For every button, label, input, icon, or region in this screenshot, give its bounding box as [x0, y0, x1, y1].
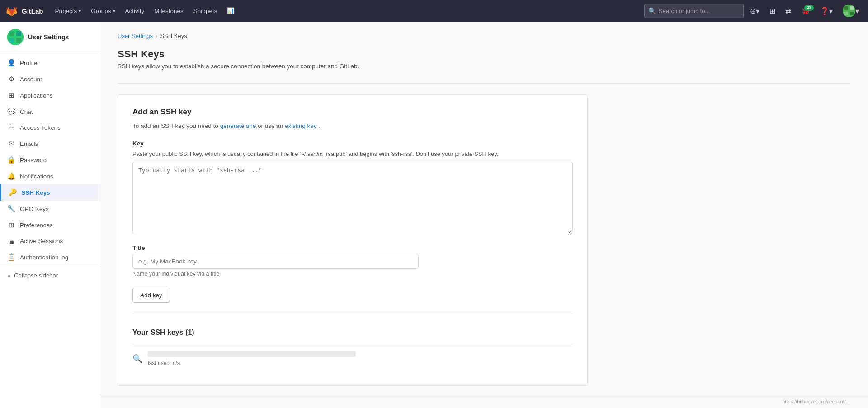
merge-requests-button[interactable]: ⇄: [782, 4, 795, 18]
chevron-down-icon: ▾: [756, 7, 760, 15]
key-fingerprint-icon: 🔍: [132, 354, 142, 364]
page-layout: User Settings 👤 Profile ⚙ Account ⊞ Appl…: [0, 22, 868, 408]
sidebar-item-auth-log[interactable]: 📋 Authentication log: [0, 249, 99, 265]
plus-icon: ⊕: [750, 7, 756, 15]
user-avatar-button[interactable]: ▾: [839, 2, 863, 20]
sidebar-item-applications[interactable]: ⊞ Applications: [0, 87, 99, 103]
applications-icon: ⊞: [7, 91, 15, 99]
page-subtitle: SSH keys allow you to establish a secure…: [118, 63, 850, 70]
nav-activity[interactable]: Activity: [121, 5, 149, 17]
sidebar-item-profile[interactable]: 👤 Profile: [0, 55, 99, 71]
top-navigation: GitLab Projects ▾ Groups ▾ Activity Mile…: [0, 0, 868, 22]
account-icon: ⚙: [7, 75, 15, 83]
chevron-down-icon: ▾: [855, 7, 859, 15]
search-icon: 🔍: [648, 7, 656, 14]
breadcrumb-separator: ›: [156, 33, 157, 39]
sidebar-item-preferences[interactable]: ⊞ Preferences: [0, 217, 99, 233]
svg-rect-6: [9, 31, 14, 36]
title-input[interactable]: [132, 254, 419, 269]
your-ssh-keys-section: Your SSH keys (1) 🔍 last used: n/a: [132, 328, 573, 373]
emails-icon: ✉: [7, 140, 15, 148]
issues-button[interactable]: 🐞 42: [797, 4, 814, 18]
sidebar-item-ssh-keys[interactable]: 🔑 SSH Keys: [0, 184, 99, 201]
sidebar-item-label: Profile: [20, 60, 37, 66]
nav-bar-chart[interactable]: 📊: [222, 5, 239, 17]
nav-groups[interactable]: Groups ▾: [86, 5, 119, 17]
breadcrumb-current: SSH Keys: [160, 33, 187, 39]
ssh-keys-icon: 🔑: [9, 188, 17, 197]
password-icon: 🔒: [7, 156, 15, 164]
key-fingerprint-bar: [148, 351, 356, 357]
sidebar-item-label: Applications: [20, 92, 53, 99]
sidebar-avatar: [7, 29, 24, 45]
help-button[interactable]: ❓ ▾: [816, 4, 836, 18]
notifications-icon: 🔔: [7, 172, 15, 180]
avatar: [843, 5, 855, 17]
divider: [118, 83, 850, 84]
svg-rect-1: [844, 6, 848, 10]
sidebar-nav: 👤 Profile ⚙ Account ⊞ Applications 💬 Cha…: [0, 51, 99, 287]
search-input[interactable]: [659, 8, 740, 14]
sidebar: User Settings 👤 Profile ⚙ Account ⊞ Appl…: [0, 22, 99, 408]
breadcrumb: User Settings › SSH Keys: [118, 33, 850, 39]
intro-end: .: [318, 122, 320, 129]
add-ssh-key-title: Add an SSH key: [132, 108, 573, 117]
gitlab-logo-icon: [5, 5, 18, 17]
breadcrumb-user-settings[interactable]: User Settings: [118, 33, 153, 39]
sidebar-item-notifications[interactable]: 🔔 Notifications: [0, 168, 99, 184]
generate-link[interactable]: generate one: [220, 122, 256, 129]
key-textarea[interactable]: [132, 162, 573, 234]
main-content: User Settings › SSH Keys SSH Keys SSH ke…: [99, 22, 868, 408]
nav-snippets[interactable]: Snippets: [189, 5, 222, 17]
bottom-bar: https://bitbucket.org/account/...: [99, 395, 868, 408]
sidebar-item-label: Active Sessions: [20, 238, 63, 244]
key-info: last used: n/a: [148, 351, 573, 366]
sidebar-item-emails[interactable]: ✉ Emails: [0, 136, 99, 152]
sidebar-item-label: Access Tokens: [20, 124, 61, 131]
svg-rect-3: [850, 6, 854, 10]
issues-badge: 42: [804, 5, 814, 11]
brand-logo[interactable]: GitLab: [5, 5, 43, 17]
key-last-used: last used: n/a: [148, 360, 573, 366]
svg-rect-4: [850, 12, 854, 15]
sidebar-item-gpg-keys[interactable]: 🔧 GPG Keys: [0, 201, 99, 217]
collapse-icon: «: [7, 272, 10, 279]
intro-middle: or use an: [258, 122, 285, 129]
search-box[interactable]: 🔍: [644, 4, 744, 18]
panels-button[interactable]: ⊞: [766, 4, 779, 18]
sidebar-item-access-tokens[interactable]: 🖥 Access Tokens: [0, 120, 99, 136]
sidebar-item-password[interactable]: 🔒 Password: [0, 152, 99, 168]
title-field-desc: Name your individual key via a title: [132, 271, 573, 277]
sidebar-title: User Settings: [28, 33, 69, 41]
key-field-label: Key: [132, 140, 573, 147]
nav-projects[interactable]: Projects ▾: [51, 5, 86, 17]
svg-rect-8: [16, 31, 21, 36]
gpg-keys-icon: 🔧: [7, 205, 15, 213]
new-item-button[interactable]: ⊕ ▾: [746, 4, 763, 18]
active-sessions-icon: 🖥: [7, 237, 15, 245]
preferences-icon: ⊞: [7, 221, 15, 229]
existing-key-link[interactable]: existing key: [285, 122, 317, 129]
footer-link: https://bitbucket.org/account/...: [782, 399, 850, 404]
sidebar-item-label: Emails: [20, 141, 38, 147]
sidebar-item-label: Authentication log: [20, 254, 68, 261]
sidebar-header: User Settings: [0, 22, 99, 51]
nav-milestones[interactable]: Milestones: [150, 5, 188, 17]
chevron-down-icon: ▾: [113, 9, 115, 14]
add-key-button[interactable]: Add key: [132, 288, 170, 303]
sidebar-item-label: Notifications: [20, 173, 53, 180]
table-row: 🔍 last used: n/a: [132, 344, 573, 373]
sidebar-item-label: Account: [20, 76, 42, 83]
profile-icon: 👤: [7, 59, 15, 67]
panels-icon: ⊞: [769, 7, 775, 15]
chevron-down-icon: ▾: [829, 7, 833, 15]
sidebar-item-account[interactable]: ⚙ Account: [0, 71, 99, 87]
collapse-sidebar-button[interactable]: « Collapse sidebar: [0, 267, 99, 283]
svg-rect-2: [844, 12, 848, 15]
auth-log-icon: 📋: [7, 253, 15, 261]
sidebar-item-active-sessions[interactable]: 🖥 Active Sessions: [0, 233, 99, 249]
nav-links: Projects ▾ Groups ▾ Activity Milestones …: [51, 5, 645, 17]
merge-icon: ⇄: [785, 7, 791, 15]
sidebar-item-chat[interactable]: 💬 Chat: [0, 103, 99, 120]
sidebar-item-label: GPG Keys: [20, 206, 49, 212]
